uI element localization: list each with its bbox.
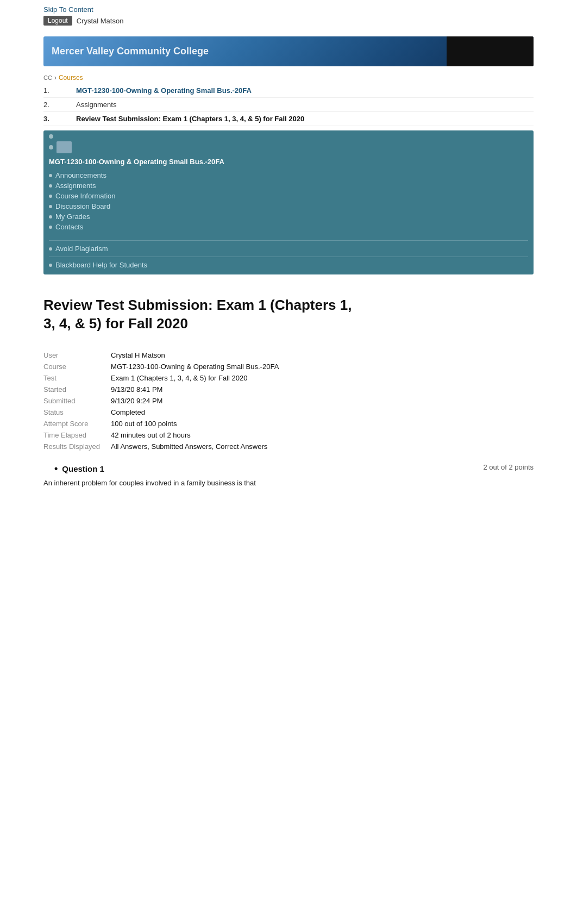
nav-image-placeholder	[57, 141, 72, 153]
logout-button[interactable]: Logout	[43, 16, 72, 26]
contacts-link[interactable]: Contacts	[55, 223, 83, 231]
my-grades-link[interactable]: My Grades	[55, 213, 90, 221]
breadcrumb-courses-link[interactable]: Courses	[59, 74, 83, 82]
info-row-status: Status Completed	[43, 407, 290, 418]
info-value-time-elapsed: 42 minutes out of 2 hours	[111, 429, 290, 441]
panel-extra-avoid-plagiarism[interactable]: Avoid Plagiarism	[43, 244, 534, 254]
panel-menu: Announcements Assignments Course Informa…	[43, 170, 534, 238]
course-nav-panel: MGT-1230-100-Owning & Operating Small Bu…	[43, 130, 534, 274]
breadcrumb-item-1: 1. MGT-1230-100-Owning & Operating Small…	[43, 84, 534, 98]
menu-dot-contacts	[49, 226, 52, 229]
breadcrumb-label-2: Assignments	[76, 101, 116, 109]
info-value-status: Completed	[111, 407, 290, 418]
panel-extra-bb-help[interactable]: Blackboard Help for Students	[43, 260, 534, 274]
breadcrumb-cc: CC	[43, 74, 52, 81]
panel-menu-item-grades[interactable]: My Grades	[49, 211, 528, 222]
college-banner: Mercer Valley Community College	[43, 36, 534, 66]
page-title: Review Test Submission: Exam 1 (Chapters…	[43, 296, 534, 333]
menu-dot-plagiarism	[49, 247, 52, 251]
info-row-submitted: Submitted 9/13/20 9:24 PM	[43, 395, 290, 407]
avoid-plagiarism-link[interactable]: Avoid Plagiarism	[55, 245, 108, 253]
college-name: Mercer Valley Community College	[52, 46, 209, 57]
panel-menu-item-announcements[interactable]: Announcements	[49, 170, 528, 180]
breadcrumb-item-3: 3. Review Test Submission: Exam 1 (Chapt…	[43, 112, 534, 126]
panel-divider-1	[49, 240, 528, 241]
submission-info-table: User Crystal H Matson Course MGT-1230-10…	[43, 349, 290, 452]
menu-dot-bb-help	[49, 264, 52, 267]
breadcrumb-label-3: Review Test Submission: Exam 1 (Chapters…	[76, 115, 304, 123]
panel-bullet-1	[49, 134, 53, 139]
announcements-link[interactable]: Announcements	[55, 171, 106, 179]
panel-divider-2	[49, 257, 528, 257]
banner-black-box	[447, 36, 534, 66]
info-value-test: Exam 1 (Chapters 1, 3, 4, & 5) for Fall …	[111, 372, 290, 384]
user-name-display: Crystal Matson	[77, 17, 124, 25]
breadcrumb-num-2: 2.	[43, 101, 76, 109]
info-row-started: Started 9/13/20 8:41 PM	[43, 384, 290, 395]
question-1-container: Question 1 2 out of 2 points	[43, 463, 534, 475]
discussion-board-link[interactable]: Discussion Board	[55, 202, 110, 210]
breadcrumb-num-3: 3.	[43, 115, 76, 123]
question-1-points: 2 out of 2 points	[483, 463, 534, 471]
info-key-time-elapsed: Time Elapsed	[43, 429, 111, 441]
panel-menu-item-discussion[interactable]: Discussion Board	[49, 201, 528, 211]
menu-dot-announcements	[49, 174, 52, 177]
info-key-user: User	[43, 349, 111, 361]
assignments-link[interactable]: Assignments	[55, 182, 96, 190]
breadcrumb-num-1: 1.	[43, 86, 76, 95]
panel-menu-item-contacts[interactable]: Contacts	[49, 222, 528, 232]
breadcrumb-label-1: MGT-1230-100-Owning & Operating Small Bu…	[76, 86, 252, 95]
menu-dot-discussion	[49, 205, 52, 208]
info-row-course: Course MGT-1230-100-Owning & Operating S…	[43, 361, 290, 372]
main-content: Review Test Submission: Exam 1 (Chapters…	[43, 296, 534, 487]
breadcrumb-separator: ›	[54, 74, 57, 82]
question-1-text: An inherent problem for couples involved…	[43, 479, 534, 487]
blackboard-help-link[interactable]: Blackboard Help for Students	[55, 261, 147, 269]
info-key-submitted: Submitted	[43, 395, 111, 407]
info-value-submitted: 9/13/20 9:24 PM	[111, 395, 290, 407]
panel-bullet-2	[49, 145, 53, 149]
breadcrumb-list: 1. MGT-1230-100-Owning & Operating Small…	[43, 84, 534, 126]
info-key-started: Started	[43, 384, 111, 395]
menu-dot-assignments	[49, 184, 52, 188]
info-key-attempt-score: Attempt Score	[43, 418, 111, 429]
info-row-results-displayed: Results Displayed All Answers, Submitted…	[43, 441, 290, 452]
info-key-test: Test	[43, 372, 111, 384]
menu-dot-grades	[49, 215, 52, 218]
breadcrumb-link-1[interactable]: MGT-1230-100-Owning & Operating Small Bu…	[76, 86, 252, 95]
skip-to-content-link[interactable]: Skip To Content	[43, 5, 93, 14]
info-value-results-displayed: All Answers, Submitted Answers, Correct …	[111, 441, 290, 452]
info-key-results-displayed: Results Displayed	[43, 441, 111, 452]
menu-dot-course-info	[49, 195, 52, 198]
panel-menu-item-course-info[interactable]: Course Information	[49, 191, 528, 201]
info-row-test: Test Exam 1 (Chapters 1, 3, 4, & 5) for …	[43, 372, 290, 384]
panel-course-title: MGT-1230-100-Owning & Operating Small Bu…	[43, 154, 534, 170]
breadcrumb-item-2: 2. Assignments	[43, 98, 534, 112]
info-key-course: Course	[43, 361, 111, 372]
info-key-status: Status	[43, 407, 111, 418]
info-row-attempt-score: Attempt Score 100 out of 100 points	[43, 418, 290, 429]
course-info-link[interactable]: Course Information	[55, 192, 116, 200]
breadcrumb-area: CC › Courses	[43, 72, 534, 84]
panel-top-bullets	[43, 130, 534, 154]
info-value-attempt-score: 100 out of 100 points	[111, 418, 290, 429]
panel-menu-item-assignments[interactable]: Assignments	[49, 180, 528, 191]
question-1-title-area: Question 1	[43, 463, 104, 475]
info-value-user: Crystal H Matson	[111, 349, 290, 361]
info-value-started: 9/13/20 8:41 PM	[111, 384, 290, 395]
info-row-user: User Crystal H Matson	[43, 349, 290, 361]
question-1-title: Question 1	[54, 463, 104, 475]
info-value-course: MGT-1230-100-Owning & Operating Small Bu…	[111, 361, 290, 372]
info-row-time-elapsed: Time Elapsed 42 minutes out of 2 hours	[43, 429, 290, 441]
